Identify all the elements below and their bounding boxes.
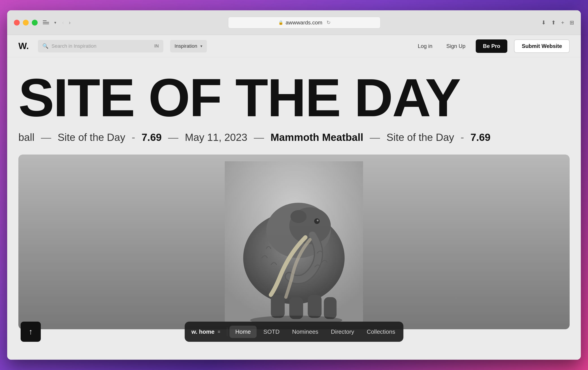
traffic-lights	[14, 20, 38, 26]
browser-window: ▾ ‹ › 🔒 awwwards.com ↻ ⬇ ⬆ + ⊞ W. 🔍 Sear	[7, 10, 581, 360]
nav-menu-icon: ≡	[218, 329, 220, 334]
inspiration-text: Inspiration	[175, 43, 197, 49]
ticker-date: May 11, 2023	[185, 132, 247, 143]
sidebar-toggle-icon	[43, 21, 49, 25]
hero-section: SITE OF THE DAY ball — Site of the Day -…	[7, 57, 581, 360]
svg-point-4	[315, 218, 320, 224]
ticker-text-2: Site of the Day	[58, 132, 125, 143]
address-bar-container: 🔒 awwwards.com ↻	[76, 17, 532, 29]
add-tab-button[interactable]: +	[561, 20, 564, 26]
mammoth-image	[18, 154, 570, 329]
chevron-down-icon[interactable]: ▾	[54, 20, 56, 25]
ticker-sep-5: —	[370, 132, 383, 143]
svg-point-6	[291, 210, 307, 223]
site-header: W. 🔍 Search in Inspiration IN Inspiratio…	[7, 35, 581, 57]
inspiration-dropdown[interactable]: Inspiration ▾	[170, 40, 207, 52]
ticker-site-name: Mammoth Meatball	[271, 132, 363, 143]
ticker-score-1: 7.69	[142, 132, 162, 143]
page-title: SITE OF THE DAY	[18, 71, 570, 124]
back-button[interactable]: ‹	[61, 19, 65, 27]
nav-item-home[interactable]: Home	[230, 326, 257, 338]
nav-home-section: w. home ≡	[187, 328, 225, 335]
traffic-light-maximize[interactable]	[32, 20, 38, 26]
mammoth-illustration	[225, 161, 363, 322]
traffic-light-close[interactable]	[14, 20, 20, 26]
ticker-text-1: ball	[18, 132, 34, 143]
site-logo: W.	[18, 41, 29, 51]
reload-button[interactable]: ↻	[326, 20, 331, 26]
login-button[interactable]: Log in	[414, 41, 436, 51]
website-content: W. 🔍 Search in Inspiration IN Inspiratio…	[7, 35, 581, 360]
svg-rect-7	[271, 295, 285, 318]
search-bar[interactable]: 🔍 Search in Inspiration IN	[38, 40, 163, 52]
ticker-sep-6: -	[461, 132, 467, 143]
nav-item-collections[interactable]: Collections	[361, 326, 401, 338]
grid-button[interactable]: ⊞	[570, 20, 574, 26]
ticker-score-2: 7.69	[470, 132, 491, 143]
mammoth-container	[18, 154, 570, 329]
address-bar[interactable]: 🔒 awwwards.com ↻	[228, 17, 380, 29]
scroll-up-button[interactable]: ↑	[21, 322, 41, 342]
download-button[interactable]: ⬇	[541, 20, 546, 26]
search-placeholder: Search in Inspiration	[52, 43, 97, 49]
nav-item-directory[interactable]: Directory	[325, 326, 360, 338]
url-text: awwwards.com	[285, 20, 322, 26]
browser-actions: ⬇ ⬆ + ⊞	[541, 20, 574, 26]
svg-rect-9	[308, 295, 322, 318]
share-button[interactable]: ⬆	[551, 20, 556, 26]
ticker-sep-3: —	[168, 132, 181, 143]
browser-chrome: ▾ ‹ › 🔒 awwwards.com ↻ ⬇ ⬆ + ⊞	[7, 10, 581, 35]
svg-rect-10	[324, 297, 337, 319]
svg-point-5	[317, 219, 319, 221]
dropdown-arrow-icon: ▾	[200, 44, 202, 49]
bottom-nav: w. home ≡ Home SOTD Nominees Directory C…	[185, 322, 403, 342]
nav-divider	[227, 327, 227, 336]
forward-button[interactable]: ›	[67, 19, 72, 27]
nav-brand-text: w. home	[191, 328, 214, 335]
ticker-sep-2: -	[132, 132, 138, 143]
ticker-sep-4: —	[254, 132, 267, 143]
search-icon: 🔍	[42, 43, 48, 49]
submit-website-button[interactable]: Submit Website	[514, 40, 570, 53]
sidebar-toggle-button[interactable]	[42, 20, 50, 26]
arrow-up-icon: ↑	[29, 327, 33, 336]
ticker-bar: ball — Site of the Day - 7.69 — May 11, …	[18, 131, 570, 143]
search-in-badge: IN	[154, 43, 159, 49]
signup-button[interactable]: Sign Up	[443, 41, 469, 51]
ticker-sep-1: —	[41, 132, 54, 143]
ticker-text-3: Site of the Day	[387, 132, 454, 143]
traffic-light-minimize[interactable]	[23, 20, 29, 26]
be-pro-button[interactable]: Be Pro	[476, 40, 507, 53]
nav-arrows: ‹ ›	[61, 19, 72, 27]
nav-item-sotd[interactable]: SOTD	[257, 326, 285, 338]
nav-item-nominees[interactable]: Nominees	[286, 326, 324, 338]
lock-icon: 🔒	[278, 20, 283, 25]
